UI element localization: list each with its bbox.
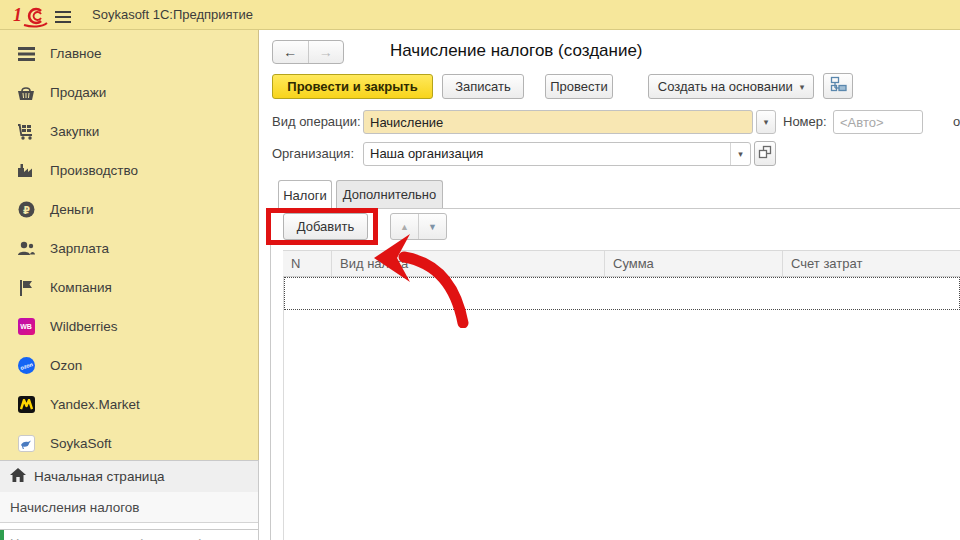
factory-icon xyxy=(16,162,36,180)
sidebar-item-label: Ozon xyxy=(50,358,82,373)
taskbar-active-label: Начисление налогов (создание) xyxy=(10,536,203,540)
top-bar: 1 Soykasoft 1С:Предприятие xyxy=(0,0,960,30)
app-window: 1 Soykasoft 1С:Предприятие Главное Прода… xyxy=(0,0,960,540)
table-body xyxy=(283,277,960,540)
cart-icon xyxy=(16,123,36,141)
sidebar-item-label: Зарплата xyxy=(50,241,109,256)
table-header: N Вид налога Сумма Счет затрат xyxy=(283,250,960,277)
chevron-down-icon: ▾ xyxy=(800,82,805,92)
column-header-expense-account[interactable]: Счет затрат xyxy=(783,251,960,276)
tab-taxes[interactable]: Налоги xyxy=(278,180,332,209)
wildberries-badge-icon: WB xyxy=(16,318,36,336)
sidebar-item-production[interactable]: Производство xyxy=(0,151,258,190)
taskbar: Начальная страница Начисления налогов На… xyxy=(0,460,259,540)
open-list-icon xyxy=(758,145,772,163)
organization-label: Организация: xyxy=(272,146,354,161)
sidebar-item-label: Деньги xyxy=(50,202,94,217)
save-button[interactable]: Записать xyxy=(442,74,524,99)
sidebar-item-label: Yandex.Market xyxy=(50,397,140,412)
back-button[interactable]: ← xyxy=(273,41,309,63)
sidebar-item-salary[interactable]: Зарплата xyxy=(0,229,258,268)
tab-additional[interactable]: Дополнительно xyxy=(336,180,443,208)
sidebar-item-company[interactable]: Компания xyxy=(0,268,258,307)
taskbar-recent-label: Начисления налогов xyxy=(10,500,140,515)
tab-label: Налоги xyxy=(283,188,327,203)
sidebar-item-soykasoft[interactable]: SoykaSoft xyxy=(0,424,258,463)
column-header-number[interactable]: N xyxy=(283,251,332,276)
soykasoft-badge-icon xyxy=(16,435,36,453)
organization-value: Наша организация xyxy=(364,143,730,165)
sidebar-item-label: SoykaSoft xyxy=(50,436,112,451)
document-form: ← → Начисление налогов (создание) Провес… xyxy=(260,30,960,540)
sidebar-item-wildberries[interactable]: WB Wildberries xyxy=(0,307,258,346)
operation-type-dropdown-button[interactable]: ▾ xyxy=(756,110,776,134)
main-menu-icon[interactable] xyxy=(55,8,71,22)
sidebar-item-purchases[interactable]: Закупки xyxy=(0,112,258,151)
move-buttons: ▲ ▼ xyxy=(390,213,447,240)
create-based-on-button[interactable]: Создать на основании ▾ xyxy=(648,74,814,99)
number-label: Номер: xyxy=(783,114,827,129)
taskbar-home-label: Начальная страница xyxy=(34,469,165,484)
organization-input[interactable]: Наша организация ▾ xyxy=(363,142,751,166)
yandex-market-badge-icon xyxy=(16,396,36,414)
people-icon xyxy=(16,240,36,258)
tab-label: Дополнительно xyxy=(343,187,437,202)
post-button[interactable]: Провести xyxy=(545,74,613,99)
structure-icon xyxy=(830,76,847,96)
organization-dropdown-button[interactable]: ▾ xyxy=(730,143,750,165)
flag-icon xyxy=(16,279,36,297)
menu-lines-icon xyxy=(16,45,36,63)
sidebar-item-ozon[interactable]: ozon Ozon xyxy=(0,346,258,385)
add-row-button[interactable]: Добавить xyxy=(283,213,368,240)
home-icon xyxy=(10,468,26,486)
svg-text:₽: ₽ xyxy=(23,205,30,216)
ruble-circle-icon: ₽ xyxy=(16,201,36,219)
ozon-badge-icon: ozon xyxy=(16,357,36,375)
taskbar-active-item[interactable]: Начисление налогов (создание) xyxy=(0,529,258,540)
sidebar-item-label: Главное xyxy=(50,46,102,61)
sidebar-item-money[interactable]: ₽ Деньги xyxy=(0,190,258,229)
sidebar-item-label: Компания xyxy=(50,280,112,295)
move-up-button[interactable]: ▲ xyxy=(391,214,419,239)
sidebar-item-label: Закупки xyxy=(50,124,99,139)
operation-type-label: Вид операции: xyxy=(272,114,361,129)
basket-icon xyxy=(16,84,36,102)
1c-logo-icon: 1 xyxy=(12,3,52,29)
sidebar-item-label: Производство xyxy=(50,163,138,178)
move-down-button[interactable]: ▼ xyxy=(419,214,446,239)
report-structure-button[interactable] xyxy=(823,73,853,99)
empty-row-cursor[interactable] xyxy=(284,277,960,310)
history-nav: ← → xyxy=(272,40,344,64)
date-label-clipped: от xyxy=(953,114,960,129)
post-and-close-button[interactable]: Провести и закрыть xyxy=(272,74,433,99)
sidebar-item-main[interactable]: Главное xyxy=(0,34,258,73)
forward-button[interactable]: → xyxy=(309,41,344,63)
sidebar-item-sales[interactable]: Продажи xyxy=(0,73,258,112)
sidebar-item-yandex-market[interactable]: Yandex.Market xyxy=(0,385,258,424)
operation-type-input[interactable] xyxy=(363,110,753,134)
column-header-tax-type[interactable]: Вид налога xyxy=(332,251,605,276)
organization-open-button[interactable] xyxy=(754,141,776,166)
sidebar-item-label: Wildberries xyxy=(50,319,118,334)
column-header-amount[interactable]: Сумма xyxy=(605,251,783,276)
sidebar-item-label: Продажи xyxy=(50,85,106,100)
number-input[interactable] xyxy=(833,110,923,134)
create-based-on-label: Создать на основании xyxy=(658,79,793,94)
svg-text:1: 1 xyxy=(13,5,22,25)
page-title: Начисление налогов (создание) xyxy=(390,41,643,61)
taskbar-recent-item[interactable]: Начисления налогов xyxy=(0,492,258,523)
sidebar: Главное Продажи Закупки Производство ₽ Д… xyxy=(0,30,259,460)
taskbar-home[interactable]: Начальная страница xyxy=(0,460,258,492)
active-task-indicator xyxy=(0,530,4,540)
app-title: Soykasoft 1С:Предприятие xyxy=(92,7,253,22)
